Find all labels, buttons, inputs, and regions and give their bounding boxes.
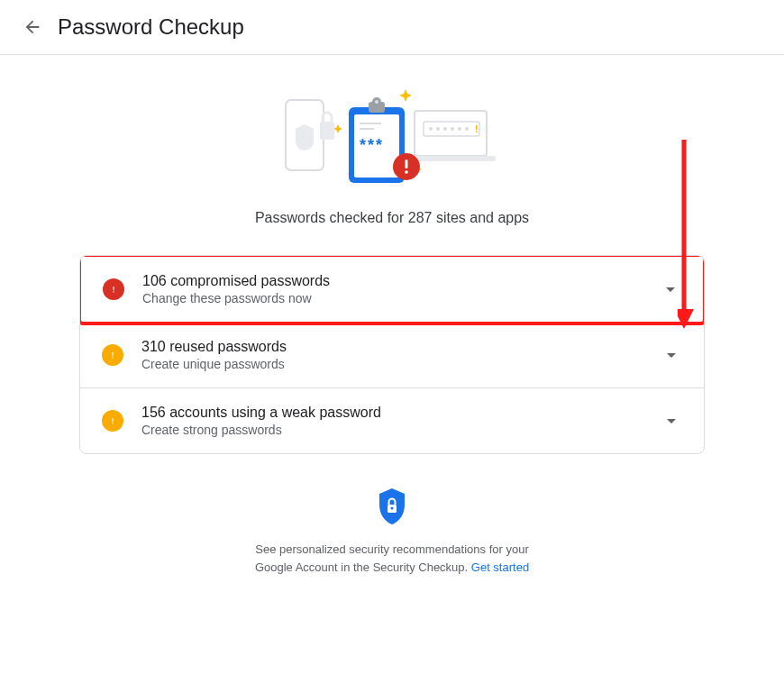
svg-point-9: [458, 127, 461, 131]
svg-point-6: [436, 127, 440, 131]
compromised-passwords-row[interactable]: 106 compromised passwords Change these p…: [79, 255, 705, 325]
shield-lock-icon: [376, 487, 408, 526]
svg-point-16: [375, 100, 378, 104]
svg-rect-1: [320, 122, 334, 140]
card-title: 156 accounts using a weak password: [141, 405, 643, 421]
card-text: 156 accounts using a weak password Creat…: [141, 405, 643, 437]
chevron-down-icon: [660, 278, 681, 300]
header: Password Checkup: [0, 0, 784, 55]
footer-text: See personalized security recommendation…: [239, 541, 545, 576]
weak-passwords-row[interactable]: 156 accounts using a weak password Creat…: [80, 388, 704, 453]
card-subtitle: Create strong passwords: [141, 423, 643, 437]
svg-text:***: ***: [360, 136, 384, 154]
card-title: 106 compromised passwords: [142, 273, 642, 289]
chevron-down-icon: [661, 410, 682, 432]
warning-icon: [102, 410, 123, 432]
card-text: 106 compromised passwords Change these p…: [142, 273, 642, 305]
results-list: 106 compromised passwords Change these p…: [79, 255, 705, 454]
warning-icon: [102, 344, 123, 366]
svg-point-8: [451, 127, 454, 131]
svg-rect-3: [406, 156, 496, 161]
card-text: 310 reused passwords Create unique passw…: [141, 339, 643, 371]
back-arrow-button[interactable]: [22, 16, 43, 38]
card-subtitle: Create unique passwords: [141, 357, 643, 371]
svg-point-22: [405, 170, 408, 174]
main-content: ! *** Passwords checked for 287 sites an…: [0, 55, 784, 605]
svg-text:!: !: [475, 124, 478, 134]
svg-point-10: [465, 127, 469, 131]
get-started-link[interactable]: Get started: [471, 560, 529, 574]
checkup-summary: Passwords checked for 287 sites and apps: [255, 210, 529, 226]
reused-passwords-row[interactable]: 310 reused passwords Create unique passw…: [80, 323, 704, 388]
svg-point-7: [443, 127, 447, 131]
card-subtitle: Change these passwords now: [142, 291, 642, 305]
card-title: 310 reused passwords: [141, 339, 643, 355]
arrow-left-icon: [23, 17, 42, 37]
page-title: Password Checkup: [58, 14, 244, 40]
alert-icon: [103, 278, 124, 300]
chevron-down-icon: [661, 344, 682, 366]
svg-point-5: [429, 127, 433, 131]
svg-rect-21: [406, 159, 408, 168]
hero-illustration: ! ***: [275, 84, 509, 192]
svg-point-24: [391, 507, 394, 510]
footer: See personalized security recommendation…: [239, 487, 545, 576]
